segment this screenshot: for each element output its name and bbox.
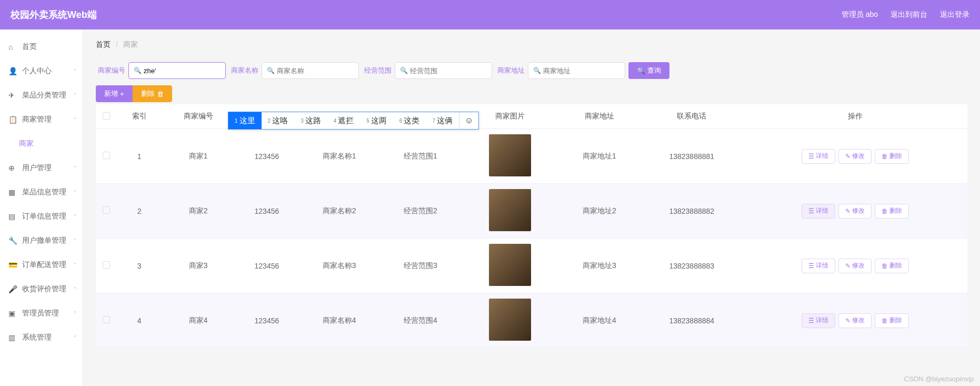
filter-code-input[interactable]	[128, 62, 226, 79]
ime-candidate[interactable]: 4遮拦	[327, 112, 361, 129]
cell-image	[461, 129, 559, 184]
grid2-icon: ▤	[8, 212, 17, 221]
table-header: 索引	[117, 104, 162, 129]
cell-addr: 商家地址3	[559, 239, 640, 293]
sidebar-item-订单配送管理[interactable]: 💳订单配送管理˅	[0, 253, 83, 277]
ime-candidate[interactable]: 5这两	[360, 112, 393, 129]
ime-candidate[interactable]: 2这咯	[262, 112, 295, 129]
table-row: 1商家1123456商家名称1经营范围1商家地址113823888881☰ 详情…	[96, 129, 967, 184]
sidebar-item-label: 用户管理	[22, 163, 52, 173]
smile-icon[interactable]: ☺	[459, 112, 478, 129]
sidebar: ⌂首页👤个人中心˅✈菜品分类管理˅📋商家管理˄商家⊕用户管理˅▦菜品信息管理˅▤…	[0, 29, 83, 386]
sidebar-item-用户管理[interactable]: ⊕用户管理˅	[0, 156, 83, 180]
cell-index: 3	[117, 239, 162, 293]
filter-name-label: 商家名称	[231, 66, 258, 75]
wrench-icon: 🔧	[8, 236, 17, 245]
breadcrumb-home[interactable]: 首页	[96, 40, 111, 48]
home-icon: ⌂	[8, 43, 17, 51]
user-icon: 👤	[8, 67, 17, 75]
sidebar-item-label: 订单配送管理	[22, 260, 66, 270]
chevron-icon: ˅	[74, 93, 76, 98]
cell-scope: 经营范围2	[380, 184, 461, 239]
edit-button[interactable]: ✎ 修改	[838, 259, 872, 273]
checkbox[interactable]	[103, 112, 110, 120]
breadcrumb: 首页 / 商家	[96, 40, 967, 50]
ime-candidate[interactable]: 6这类	[393, 112, 426, 129]
sidebar-item-label: 订单信息管理	[22, 212, 66, 221]
sidebar-item-系统管理[interactable]: ▥系统管理˅	[0, 325, 83, 350]
checkbox[interactable]	[103, 152, 110, 159]
table-header: 操作	[744, 104, 967, 129]
chevron-icon: ˅	[74, 311, 76, 316]
cell-pwd: 123456	[235, 129, 298, 184]
cell-index: 1	[117, 129, 162, 184]
sidebar-item-label: 管理员管理	[22, 309, 59, 318]
action-row: 新增 + 删除 🗑	[96, 85, 967, 102]
delete-button[interactable]: 🗑 删除	[875, 204, 909, 219]
search-icon: 🔍	[400, 67, 408, 74]
cell-name: 商家名称4	[299, 293, 380, 348]
filter-scope-label: 经营范围	[364, 66, 392, 75]
cell-image	[461, 239, 559, 293]
cell-addr: 商家地址1	[559, 129, 640, 184]
detail-button[interactable]: ☰ 详情	[802, 313, 835, 328]
filter-addr-input[interactable]	[528, 62, 625, 79]
trash-icon: 🗑	[157, 90, 164, 98]
detail-button[interactable]: ☰ 详情	[802, 259, 835, 273]
cell-pwd: 123456	[235, 239, 298, 293]
clipboard-icon: 📋	[8, 115, 17, 124]
search-button[interactable]: 🔍 查询	[628, 62, 669, 79]
sidebar-item-菜品信息管理[interactable]: ▦菜品信息管理˅	[0, 180, 83, 204]
sidebar-item-商家管理[interactable]: 📋商家管理˄	[0, 107, 83, 132]
sidebar-item-收货评价管理[interactable]: 🎤收货评价管理˅	[0, 277, 83, 301]
sidebar-item-个人中心[interactable]: 👤个人中心˅	[0, 59, 83, 83]
checkbox[interactable]	[103, 261, 110, 269]
thumbnail[interactable]	[489, 134, 531, 176]
sidebar-item-菜品分类管理[interactable]: ✈菜品分类管理˅	[0, 83, 83, 107]
sidebar-item-商家[interactable]: 商家	[0, 132, 83, 156]
edit-button[interactable]: ✎ 修改	[838, 149, 872, 164]
cell-code: 商家3	[162, 239, 235, 293]
detail-button[interactable]: ☰ 详情	[802, 204, 835, 219]
layers-icon: ▣	[8, 309, 17, 318]
ime-candidate[interactable]: 3这路	[294, 112, 327, 129]
logout-link[interactable]: 退出登录	[940, 10, 969, 19]
detail-button[interactable]: ☰ 详情	[802, 149, 835, 164]
checkbox[interactable]	[103, 206, 110, 214]
filter-name-input[interactable]	[262, 62, 359, 79]
data-table: 索引商家编号密码商家名称经营范围商家图片商家地址联系电话操作 1商家112345…	[96, 104, 967, 348]
chevron-icon: ˄	[74, 117, 76, 123]
to-front-link[interactable]: 退出到前台	[891, 10, 927, 19]
sidebar-item-首页[interactable]: ⌂首页	[0, 35, 83, 59]
delete-button[interactable]: 🗑 删除	[875, 149, 909, 164]
sidebar-item-订单信息管理[interactable]: ▤订单信息管理˅	[0, 204, 83, 229]
chevron-icon: ˅	[74, 262, 76, 268]
checkbox[interactable]	[103, 316, 110, 323]
delete-button[interactable]: 🗑 删除	[875, 259, 909, 273]
thumbnail[interactable]	[489, 299, 531, 341]
thumbnail[interactable]	[489, 189, 531, 231]
thumbnail[interactable]	[489, 244, 531, 286]
cell-pwd: 123456	[235, 184, 298, 239]
edit-button[interactable]: ✎ 修改	[838, 313, 872, 328]
ime-candidate[interactable]: 7这俩	[426, 112, 459, 129]
admin-label[interactable]: 管理员 abo	[842, 10, 878, 19]
sidebar-item-用户撤单管理[interactable]: 🔧用户撤单管理˅	[0, 229, 83, 253]
edit-icon: ✎	[845, 153, 851, 160]
grid-icon: ▦	[8, 188, 17, 196]
ime-candidate[interactable]: 1这里	[228, 112, 262, 129]
delete-button[interactable]: 🗑 删除	[875, 313, 909, 328]
cell-name: 商家名称3	[299, 239, 380, 293]
edit-button[interactable]: ✎ 修改	[838, 204, 872, 219]
filter-scope-input[interactable]	[395, 62, 492, 79]
delete-button[interactable]: 删除 🗑	[133, 85, 172, 102]
cell-scope: 经营范围3	[380, 239, 461, 293]
add-button[interactable]: 新增 +	[96, 85, 133, 102]
cell-phone: 13823888881	[640, 129, 744, 184]
cell-scope: 经营范围4	[380, 293, 461, 348]
search-icon: 🔍	[533, 67, 541, 74]
cell-code: 商家1	[162, 129, 235, 184]
chevron-icon: ˅	[74, 214, 76, 220]
sidebar-item-管理员管理[interactable]: ▣管理员管理˅	[0, 301, 83, 325]
chevron-icon: ˅	[74, 238, 76, 244]
